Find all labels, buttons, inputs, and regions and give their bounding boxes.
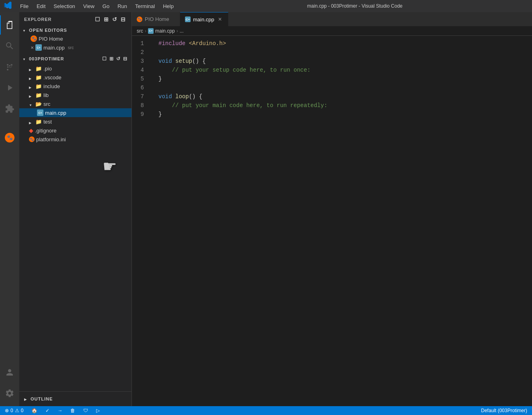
folder-icon-vscode: 📁 [35,74,42,81]
status-arrow[interactable]: → [56,406,64,415]
editor-area: 🐾 PIO Home C+ main.cpp ✕ src › C+ main.c… [132,12,532,406]
error-icon: ⊗ [5,408,9,413]
status-home[interactable]: 🏠 [30,406,39,415]
sidebar-header-icons: ☐ ⊞ ↺ ⊟ [94,15,127,23]
code-line-2 [158,48,532,57]
activity-platformio[interactable]: 🐾 [0,128,19,147]
activity-extensions[interactable] [0,99,19,118]
status-trash[interactable]: 🗑 [69,406,77,415]
folder-icon-test: 📁 [35,119,42,125]
refresh-button[interactable]: ↺ [111,15,118,23]
status-play[interactable]: ▷ [94,406,101,415]
folder-pio[interactable]: 📁 .pio [19,64,131,73]
project-chevron [23,56,27,61]
line-num-8: 8 [132,101,149,110]
breadcrumb-src[interactable]: src [137,28,143,34]
folder-icon-include: 📁 [35,83,42,89]
line-num-6: 6 [132,83,149,92]
open-editor-close-icon[interactable]: ✕ [31,45,34,50]
menu-selection[interactable]: Selection [50,2,78,10]
tab-main-cpp[interactable]: C+ main.cpp ✕ [180,12,228,26]
menu-edit[interactable]: Edit [33,2,49,10]
folder-icon-lib: 📁 [35,92,42,98]
folder-include[interactable]: 📁 include [19,82,131,91]
project-refresh-btn[interactable]: ↺ [115,55,121,62]
folder-vscode[interactable]: 📁 .vscode [19,73,131,82]
outline-section[interactable]: OUTLINE [19,393,131,405]
file-tree: OPEN EDITORS 🐾 PIO Home ✕ C+ main.cpp sr… [19,26,131,391]
folder-test[interactable]: 📁 test [19,117,131,126]
activity-source-control[interactable] [0,57,19,76]
tab-pio-home[interactable]: 🐾 PIO Home [132,12,180,26]
file-gitignore[interactable]: ◆ .gitignore [19,126,131,135]
menu-go[interactable]: Go [99,2,113,10]
test-chevron [29,119,34,124]
collapse-all-button[interactable]: ⊟ [120,15,127,23]
open-editors-section[interactable]: OPEN EDITORS [19,26,131,34]
activity-explorer[interactable] [0,15,19,35]
status-env[interactable]: Default (003Protimer) [479,406,529,415]
project-collapse-btn[interactable]: ⊟ [122,55,128,62]
menu-run[interactable]: Run [114,2,130,10]
explorer-title: EXPLORER [24,17,52,22]
folder-lib[interactable]: 📁 lib [19,91,131,99]
tab-bar: 🐾 PIO Home C+ main.cpp ✕ [132,12,532,26]
breadcrumb-filename[interactable]: main.cpp [155,28,175,34]
menu-help[interactable]: Help [160,2,177,10]
pio-home-icon: 🐾 [31,35,37,42]
line-num-7: 7 [132,92,149,101]
platformio-ini-icon: 🐾 [29,136,35,142]
outline-chevron [24,396,29,401]
line-num-3: 3 [132,57,149,66]
title-bar: File Edit Selection View Go Run Terminal… [0,0,532,12]
open-editors-label: OPEN EDITORS [29,28,67,33]
project-name: 003PROTIMER [29,56,64,61]
new-file-button[interactable]: ☐ [94,15,101,23]
file-main-cpp[interactable]: C+ main.cpp [19,108,131,117]
activity-run-debug[interactable] [0,78,19,97]
open-editor-pio-home[interactable]: 🐾 PIO Home [19,34,131,43]
status-check[interactable]: ✓ [44,406,51,415]
tab-pio-home-label: PIO Home [145,16,169,22]
code-line-6 [158,83,532,92]
error-count: 0 [10,408,13,413]
open-editor-main-cpp[interactable]: ✕ C+ main.cpp src [19,43,131,52]
home-icon: 🏠 [31,408,37,413]
menu-terminal[interactable]: Terminal [132,2,158,10]
menu-file[interactable]: File [17,2,32,10]
code-line-4: // put your setup code here, to run once… [158,66,532,74]
code-line-8: // put your main code here, to run repea… [158,101,532,110]
src-chevron [29,101,34,106]
include-chevron [29,84,34,89]
gitignore-icon: ◆ [29,127,33,134]
code-content[interactable]: #include <Arduino.h> void setup() { // p… [152,36,532,406]
file-platformio-ini[interactable]: 🐾 platformio.ini [19,135,131,144]
platformio-ini-label: platformio.ini [36,136,66,142]
folder-test-label: test [43,119,52,125]
activity-search[interactable] [0,36,19,56]
status-shield[interactable]: 🛡 [82,406,90,415]
main-cpp-editor-icon: C+ [35,44,42,51]
tab-close-button[interactable]: ✕ [217,16,223,23]
project-new-folder-btn[interactable]: ⊞ [109,55,115,62]
folder-icon-src: 📂 [35,101,42,107]
new-folder-button[interactable]: ⊞ [103,15,110,23]
tab-main-cpp-label: main.cpp [193,17,214,23]
open-editors-chevron [23,28,27,33]
tab-pio-home-icon: 🐾 [137,17,142,22]
breadcrumb-cpp-icon: C+ [148,28,154,34]
folder-icon-pio: 📁 [35,66,42,72]
breadcrumb-more[interactable]: ... [180,28,184,34]
lib-chevron [29,93,34,97]
project-new-file-btn[interactable]: ☐ [101,55,108,62]
activity-account[interactable] [0,363,19,382]
activity-settings[interactable] [0,384,19,403]
outline-label: OUTLINE [31,396,53,401]
main-cpp-icon: C+ [37,109,43,116]
breadcrumb-sep-1: › [145,28,146,34]
code-editor[interactable]: 1 2 3 4 5 6 7 8 9 #include <Arduino.h> v… [132,36,532,406]
menu-view[interactable]: View [80,2,98,10]
folder-src[interactable]: 📂 src [19,99,131,108]
status-errors[interactable]: ⊗ 0 ⚠ 0 [3,406,25,415]
project-section[interactable]: 003PROTIMER ☐ ⊞ ↺ ⊟ [19,54,131,64]
